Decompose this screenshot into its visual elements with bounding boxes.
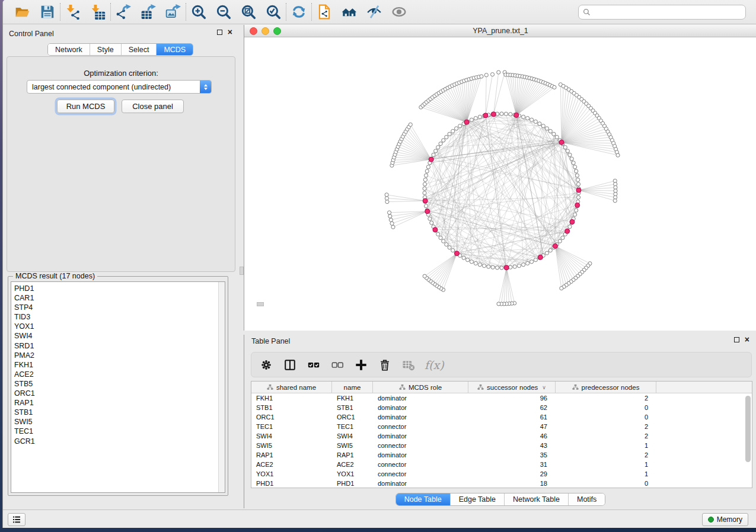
close-panel-button[interactable]: Close panel [122,100,184,113]
export-network-icon[interactable] [114,3,132,21]
graph-node[interactable] [568,225,572,229]
tab-motifs[interactable]: Motifs [569,493,605,505]
graph-node[interactable] [470,118,473,121]
float-panel-icon[interactable] [217,30,222,35]
graph-node[interactable] [576,182,580,186]
view-mode-button[interactable] [8,513,25,526]
tab-mcds[interactable]: MCDS [157,44,193,55]
graph-node[interactable] [423,182,426,186]
graph-leaf-node[interactable] [497,302,500,306]
result-node[interactable]: ACE2 [11,370,225,379]
horizontal-splitter-grip[interactable] [257,302,264,306]
memory-button[interactable]: Memory [702,513,748,526]
mcds-dominator-node[interactable] [559,140,564,145]
graph-node[interactable] [423,187,426,190]
table-cell[interactable]: ORC1 [251,412,332,422]
result-node[interactable]: TID3 [11,312,225,322]
table-cell[interactable]: 0 [556,403,656,412]
column-header-MCDS-role[interactable]: MCDS role [373,382,468,393]
mcds-dominator-node[interactable] [575,203,580,207]
graph-node[interactable] [424,204,428,208]
table-row[interactable]: TEC1TEC1connector472 [251,422,752,431]
mcds-dominator-node[interactable] [570,219,575,224]
graph-node[interactable] [445,243,448,246]
graph-node[interactable] [538,122,541,126]
graph-node[interactable] [423,178,427,181]
table-cell[interactable]: TEC1 [332,422,373,431]
refresh-icon[interactable] [290,3,308,21]
graph-node[interactable] [423,191,426,195]
splitter-grip[interactable] [240,267,244,275]
graph-node[interactable] [500,266,503,270]
graph-node[interactable] [454,127,458,130]
graph-leaf-node[interactable] [391,225,395,229]
graph-node[interactable] [573,165,577,169]
graph-node[interactable] [530,260,534,264]
table-cell[interactable]: SWI5 [251,441,332,450]
graph-node[interactable] [534,258,537,262]
graph-leaf-node[interactable] [480,75,483,78]
graph-leaf-node[interactable] [423,274,426,278]
mcds-dominator-node[interactable] [538,255,543,259]
result-node[interactable]: FKH1 [11,360,225,370]
tab-network[interactable]: Network [48,44,90,55]
graph-node[interactable] [491,265,495,269]
graph-node[interactable] [448,132,451,136]
network-canvas[interactable] [244,37,756,331]
table-cell[interactable]: 1 [556,469,656,479]
graph-leaf-node[interactable] [387,211,391,214]
mcds-dominator-node[interactable] [514,113,519,117]
result-node[interactable]: STP4 [11,303,225,312]
table-row[interactable]: PHD1PHD1dominator180 [251,479,752,488]
mcds-dominator-node[interactable] [423,198,428,203]
table-cell[interactable]: dominator [373,403,468,412]
result-node[interactable]: CAR1 [11,293,225,303]
graph-node[interactable] [541,124,545,128]
mcds-dominator-node[interactable] [576,188,581,193]
table-cell[interactable]: 61 [468,412,556,422]
table-row[interactable]: YOX1YOX1connector291 [251,469,752,479]
graph-node[interactable] [517,264,521,268]
search-input[interactable] [591,7,745,18]
graph-node[interactable] [561,236,564,239]
graph-node[interactable] [462,256,465,259]
graph-node[interactable] [568,153,572,156]
graph-node[interactable] [566,149,569,153]
table-cell[interactable]: connector [373,441,468,450]
mcds-dominator-node[interactable] [491,112,496,117]
graph-node[interactable] [424,174,428,177]
graph-leaf-node[interactable] [490,73,494,76]
table-cell[interactable]: YOX1 [332,469,373,479]
graph-node[interactable] [448,246,451,249]
share-document-icon[interactable] [315,3,333,21]
table-cell[interactable]: 35 [468,450,556,460]
graph-node[interactable] [478,115,481,118]
table-cell[interactable]: 2 [556,393,656,403]
table-row[interactable]: RAP1RAP1dominator352 [251,450,752,460]
graph-leaf-node[interactable] [560,286,563,290]
graph-node[interactable] [575,209,578,212]
graph-node[interactable] [451,249,455,252]
table-cell[interactable]: 18 [468,479,556,488]
graph-node[interactable] [451,129,455,133]
result-node[interactable]: STB5 [11,379,225,389]
graph-node[interactable] [442,239,445,243]
run-mcds-button[interactable]: Run MCDS [57,100,114,113]
graph-node[interactable] [436,146,440,149]
graph-leaf-node[interactable] [553,85,556,89]
table-cell[interactable]: STB1 [332,403,373,412]
table-cell[interactable]: FKH1 [332,393,373,403]
graph-node[interactable] [522,263,525,267]
zoom-in-icon[interactable] [190,3,208,21]
table-cell[interactable]: SWI5 [332,441,373,450]
table-cell[interactable]: dominator [373,431,468,441]
table-cell[interactable]: dominator [373,412,468,422]
table-cell[interactable]: PHD1 [332,479,373,488]
graph-node[interactable] [430,221,433,225]
graph-node[interactable] [545,127,548,130]
mcds-dominator-node[interactable] [433,227,438,232]
hide-graphics-icon[interactable] [365,3,383,21]
table-cell[interactable]: YOX1 [251,469,332,479]
mcds-dominator-node[interactable] [464,120,469,124]
mcds-result-list[interactable]: PHD1CAR1STP4TID3YOX1SWI4SRD1PMA2FKH1ACE2… [11,281,225,493]
